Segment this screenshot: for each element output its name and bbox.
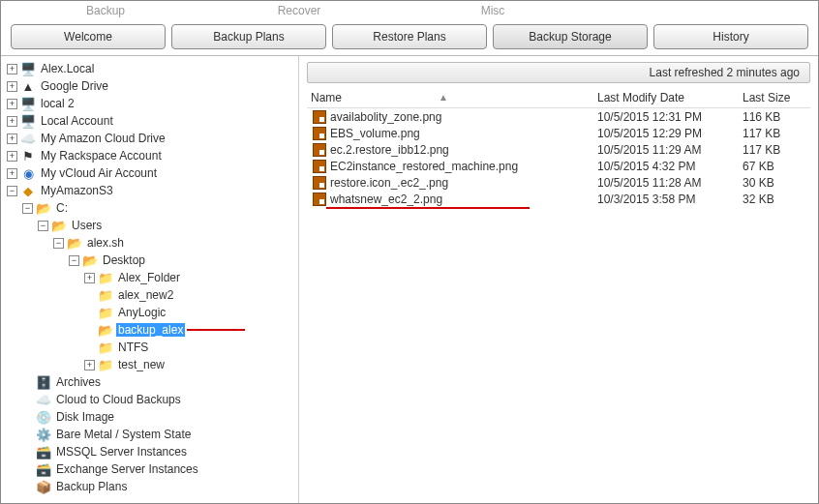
tree-alexsh[interactable]: −alex.sh: [7, 234, 298, 252]
tree-local-account[interactable]: +Local Account: [7, 112, 298, 130]
cloud-icon: [20, 131, 36, 146]
file-name: ec.2.restore_ibb12.png: [330, 143, 449, 157]
file-row[interactable]: ec.2.restore_ibb12.png10/5/2015 11:29 AM…: [307, 141, 810, 158]
file-panel: Last refreshed 2 minutes ago Name▲ Last …: [299, 56, 818, 504]
file-date: 10/5/2015 11:29 AM: [597, 143, 743, 157]
tree-myamazons3[interactable]: −MyAmazonS3: [7, 182, 298, 199]
folder-open-icon: [51, 218, 67, 233]
tree-cloud2cloud[interactable]: Cloud to Cloud Backups: [7, 391, 298, 408]
file-date: 10/5/2015 12:29 PM: [597, 127, 743, 140]
menu-backup[interactable]: Backup: [9, 4, 202, 17]
image-file-icon: [313, 160, 326, 173]
tree-bare-metal[interactable]: Bare Metal / System State: [7, 426, 298, 443]
box-icon: [36, 479, 51, 494]
menu-misc[interactable]: Misc: [396, 4, 590, 17]
tree-backup-plans[interactable]: Backup Plans: [7, 478, 298, 495]
disk-icon: [36, 409, 51, 425]
tree-anylogic[interactable]: AnyLogic: [7, 304, 298, 321]
file-row[interactable]: EBS_volume.png10/5/2015 12:29 PM117 KB: [307, 125, 810, 141]
file-size: 116 KB: [743, 110, 810, 124]
status-bar: Last refreshed 2 minutes ago: [307, 62, 810, 83]
file-name: EBS_volume.png: [330, 127, 420, 140]
tree-c-drive[interactable]: −C:: [7, 199, 298, 217]
tree-google-drive[interactable]: +▲Google Drive: [7, 77, 298, 95]
tree-desktop[interactable]: −Desktop: [7, 252, 298, 269]
file-name: restore.icon_.ec2_.png: [330, 176, 448, 190]
tree-backup-alex[interactable]: backup_alex: [7, 321, 298, 339]
main-tabs: Welcome Backup Plans Restore Plans Backu…: [1, 20, 818, 55]
file-row[interactable]: whatsnew_ec2_2.png10/3/2015 3:58 PM32 KB: [307, 191, 810, 207]
folder-open-icon: [98, 322, 113, 338]
file-date: 10/5/2015 12:31 PM: [597, 110, 743, 124]
gear-icon: [36, 427, 51, 442]
tree-vcloud[interactable]: +◉My vCloud Air Account: [7, 164, 298, 182]
image-file-icon: [313, 176, 326, 190]
file-row[interactable]: EC2instance_restored_machine.png10/5/201…: [307, 158, 810, 174]
annotation-redline: [187, 329, 245, 331]
file-row[interactable]: restore.icon_.ec2_.png10/5/2015 11:28 AM…: [307, 174, 810, 191]
file-list[interactable]: availabolity_zone.png10/5/2015 12:31 PM1…: [307, 108, 810, 207]
image-file-icon: [313, 193, 326, 206]
tree-alex-local[interactable]: +Alex.Local: [7, 60, 298, 77]
file-name: availabolity_zone.png: [330, 110, 441, 124]
archive-icon: [36, 374, 51, 390]
column-size[interactable]: Last Size: [743, 91, 810, 104]
file-name: whatsnew_ec2_2.png: [330, 193, 442, 206]
tab-welcome[interactable]: Welcome: [11, 24, 166, 49]
database-icon: [36, 461, 51, 477]
folder-open-icon: [67, 235, 82, 251]
computer-icon: [20, 96, 36, 111]
folder-icon: [98, 270, 113, 285]
tree-ntfs[interactable]: NTFS: [7, 339, 298, 356]
folder-icon: [98, 357, 113, 372]
image-file-icon: [313, 127, 326, 140]
computer-icon: [20, 61, 36, 76]
folder-icon: [98, 340, 113, 355]
file-list-header[interactable]: Name▲ Last Modify Date Last Size: [307, 87, 810, 108]
tab-backup-storage[interactable]: Backup Storage: [493, 24, 648, 49]
image-file-icon: [313, 110, 326, 124]
tree-alex-new2[interactable]: alex_new2: [7, 286, 298, 304]
tree-exchange[interactable]: Exchange Server Instances: [7, 460, 298, 478]
file-date: 10/5/2015 4:32 PM: [597, 160, 743, 173]
computer-icon: [20, 113, 36, 129]
database-icon: [36, 444, 51, 460]
sort-asc-icon: ▲: [439, 92, 448, 103]
folder-icon: [98, 287, 113, 303]
tree-archives[interactable]: Archives: [7, 373, 298, 391]
tree-alex-folder[interactable]: +Alex_Folder: [7, 269, 298, 286]
s3-icon: [20, 183, 36, 198]
folder-open-icon: [36, 200, 51, 216]
file-row[interactable]: availabolity_zone.png10/5/2015 12:31 PM1…: [307, 108, 810, 125]
annotation-redline: [326, 207, 530, 209]
vcloud-icon: ◉: [20, 165, 36, 181]
tree-users[interactable]: −Users: [7, 217, 298, 234]
gdrive-icon: ▲: [20, 78, 36, 94]
folder-open-icon: [82, 252, 98, 268]
column-name[interactable]: Name▲: [307, 91, 597, 104]
file-size: 32 KB: [743, 193, 810, 206]
file-size: 30 KB: [743, 176, 810, 190]
folder-icon: [98, 305, 113, 320]
storage-tree[interactable]: +Alex.Local +▲Google Drive +local 2 +Loc…: [1, 56, 299, 504]
file-name: EC2instance_restored_machine.png: [330, 160, 518, 173]
tab-history[interactable]: History: [653, 24, 808, 49]
menu-recover[interactable]: Recover: [202, 4, 396, 17]
last-refreshed-label: Last refreshed 2 minutes ago: [650, 66, 800, 79]
tab-restore-plans[interactable]: Restore Plans: [332, 24, 487, 49]
tree-mssql[interactable]: MSSQL Server Instances: [7, 443, 298, 460]
tree-local2[interactable]: +local 2: [7, 95, 298, 112]
file-size: 67 KB: [743, 160, 810, 173]
file-size: 117 KB: [743, 143, 810, 157]
tab-backup-plans[interactable]: Backup Plans: [171, 24, 326, 49]
column-date[interactable]: Last Modify Date: [597, 91, 743, 104]
file-date: 10/3/2015 3:58 PM: [597, 193, 743, 206]
file-date: 10/5/2015 11:28 AM: [597, 176, 743, 190]
rackspace-icon: ⚑: [20, 148, 36, 163]
tree-disk-image[interactable]: Disk Image: [7, 408, 298, 426]
menu-bar: Backup Recover Misc: [1, 1, 818, 20]
image-file-icon: [313, 143, 326, 157]
tree-amazon-cloud[interactable]: +My Amazon Cloud Drive: [7, 130, 298, 147]
tree-test-new[interactable]: +test_new: [7, 356, 298, 373]
tree-rackspace[interactable]: +⚑My Rackspace Account: [7, 147, 298, 164]
